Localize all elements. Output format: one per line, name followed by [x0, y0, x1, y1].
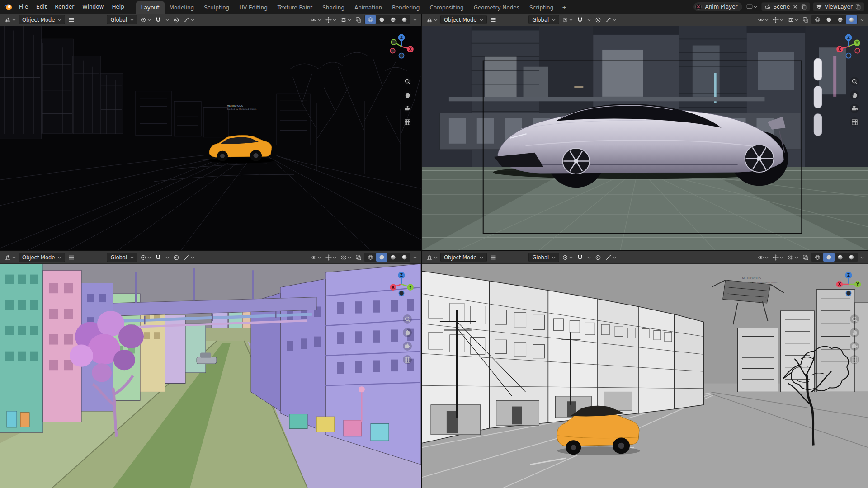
- screen-layout-button[interactable]: [745, 2, 759, 12]
- orientation-select[interactable]: Global: [107, 253, 137, 262]
- zoom-tool[interactable]: [403, 314, 412, 324]
- add-workspace-button[interactable]: +: [558, 1, 570, 14]
- pivot-point-select[interactable]: [139, 253, 152, 262]
- viewport-menus-button[interactable]: [488, 15, 498, 24]
- scene-random-color-city[interactable]: [0, 264, 421, 488]
- camera-view-toggle[interactable]: [403, 342, 412, 351]
- camera-view-toggle[interactable]: [403, 104, 412, 113]
- shading-solid-button[interactable]: [376, 15, 387, 24]
- snap-toggle[interactable]: [154, 253, 163, 262]
- shading-solid-button[interactable]: [376, 253, 387, 262]
- viewport-menus-button[interactable]: [66, 15, 76, 24]
- shading-material-button[interactable]: [387, 15, 399, 24]
- shading-wireframe-button[interactable]: [812, 253, 823, 262]
- viewport-canvas-bottom-left[interactable]: Z X Y: [0, 264, 421, 488]
- tab-compositing[interactable]: Compositing: [425, 1, 468, 14]
- snap-toggle[interactable]: [154, 15, 163, 24]
- navigation-gizmo[interactable]: Z X: [387, 32, 416, 61]
- editor-type-button[interactable]: [3, 15, 17, 24]
- viewport-menus-button[interactable]: [66, 253, 76, 262]
- viewport-canvas-top-left[interactable]: METROPOLIS Created by Mohamed Chahin: [0, 26, 421, 250]
- snap-toggle[interactable]: [576, 15, 585, 24]
- menu-edit[interactable]: Edit: [33, 4, 50, 10]
- shading-settings[interactable]: [412, 253, 418, 262]
- mode-select[interactable]: Object Mode: [440, 253, 487, 262]
- pivot-point-select[interactable]: [139, 15, 152, 24]
- zoom-tool[interactable]: [850, 314, 859, 324]
- shading-solid-button[interactable]: [823, 15, 835, 24]
- tab-rendering[interactable]: Rendering: [387, 1, 425, 14]
- snap-settings[interactable]: [164, 15, 170, 24]
- pivot-point-select[interactable]: [561, 15, 574, 24]
- perspective-toggle[interactable]: [850, 355, 859, 364]
- tab-uv-editing[interactable]: UV Editing: [234, 1, 273, 14]
- falloff-select[interactable]: [604, 15, 618, 24]
- tab-texture-paint[interactable]: Texture Paint: [273, 1, 317, 14]
- navigation-gizmo[interactable]: Z X Y: [834, 269, 863, 299]
- tab-animation[interactable]: Animation: [349, 1, 387, 14]
- tab-geometry-nodes[interactable]: Geometry Nodes: [469, 1, 524, 14]
- shading-material-button[interactable]: [835, 15, 846, 24]
- perspective-toggle[interactable]: [403, 355, 412, 364]
- navigation-gizmo[interactable]: Z X Y: [387, 269, 416, 299]
- proportional-edit-toggle[interactable]: [172, 253, 181, 262]
- gizmos-dropdown[interactable]: [324, 253, 338, 262]
- overlays-dropdown[interactable]: [339, 15, 353, 24]
- mode-select[interactable]: Object Mode: [19, 253, 65, 262]
- blender-logo-icon[interactable]: [4, 2, 13, 11]
- menu-help[interactable]: Help: [108, 4, 127, 10]
- editor-type-button[interactable]: [425, 15, 439, 24]
- overlays-dropdown[interactable]: [786, 253, 800, 262]
- shading-wireframe-button[interactable]: [812, 15, 823, 24]
- menu-file[interactable]: File: [15, 4, 32, 10]
- gizmos-dropdown[interactable]: [771, 253, 785, 262]
- editor-type-button[interactable]: [425, 253, 439, 262]
- tab-layout[interactable]: Layout: [136, 1, 165, 14]
- scene-solid-gray-city[interactable]: METROPOLIS Created by Mohamed Chahin: [422, 264, 868, 488]
- snap-settings[interactable]: [586, 253, 592, 262]
- shading-wireframe-button[interactable]: [365, 15, 376, 24]
- viewport-menus-button[interactable]: [488, 253, 498, 262]
- mode-select[interactable]: Object Mode: [440, 15, 487, 24]
- viewlayer-selector[interactable]: ViewLayer: [813, 2, 864, 11]
- visibility-dropdown[interactable]: [756, 15, 770, 24]
- perspective-toggle[interactable]: [850, 117, 859, 127]
- shading-rendered-button[interactable]: [846, 253, 857, 262]
- menu-window[interactable]: Window: [79, 4, 107, 10]
- shading-material-button[interactable]: [387, 253, 399, 262]
- viewport-canvas-top-right[interactable]: Z X Y: [422, 26, 868, 250]
- tab-modeling[interactable]: Modeling: [165, 1, 199, 14]
- gizmos-dropdown[interactable]: [324, 15, 338, 24]
- navigation-gizmo[interactable]: Z X Y: [834, 32, 863, 61]
- perspective-toggle[interactable]: [403, 117, 412, 127]
- pan-tool[interactable]: [403, 328, 412, 337]
- pivot-point-select[interactable]: [561, 253, 574, 262]
- xray-toggle[interactable]: [801, 253, 810, 262]
- visibility-dropdown[interactable]: [309, 253, 323, 262]
- falloff-select[interactable]: [604, 253, 618, 262]
- pan-tool[interactable]: [403, 90, 412, 99]
- shading-settings[interactable]: [412, 15, 418, 24]
- proportional-edit-toggle[interactable]: [594, 253, 603, 262]
- editor-type-button[interactable]: [3, 253, 17, 262]
- new-scene-icon[interactable]: [801, 4, 807, 10]
- viewport-canvas-bottom-right[interactable]: METROPOLIS Created by Mohamed Chahin Z X…: [422, 264, 868, 488]
- menu-render[interactable]: Render: [51, 4, 78, 10]
- overlays-dropdown[interactable]: [786, 15, 800, 24]
- zoom-tool[interactable]: [403, 77, 412, 86]
- shading-rendered-button[interactable]: [399, 15, 410, 24]
- orientation-select[interactable]: Global: [528, 253, 559, 262]
- snap-settings[interactable]: [164, 253, 170, 262]
- visibility-dropdown[interactable]: [309, 15, 323, 24]
- shading-solid-button[interactable]: [823, 253, 835, 262]
- falloff-select[interactable]: [182, 15, 196, 24]
- snap-toggle[interactable]: [576, 253, 585, 262]
- shading-wireframe-button[interactable]: [365, 253, 376, 262]
- shading-settings[interactable]: [859, 253, 865, 262]
- snap-settings[interactable]: [586, 15, 592, 24]
- scene-rendered-car[interactable]: [422, 26, 868, 250]
- scene-wireframe-city[interactable]: METROPOLIS Created by Mohamed Chahin: [0, 26, 421, 250]
- pan-tool[interactable]: [850, 90, 859, 99]
- camera-view-toggle[interactable]: [850, 342, 859, 351]
- mode-select[interactable]: Object Mode: [19, 15, 65, 24]
